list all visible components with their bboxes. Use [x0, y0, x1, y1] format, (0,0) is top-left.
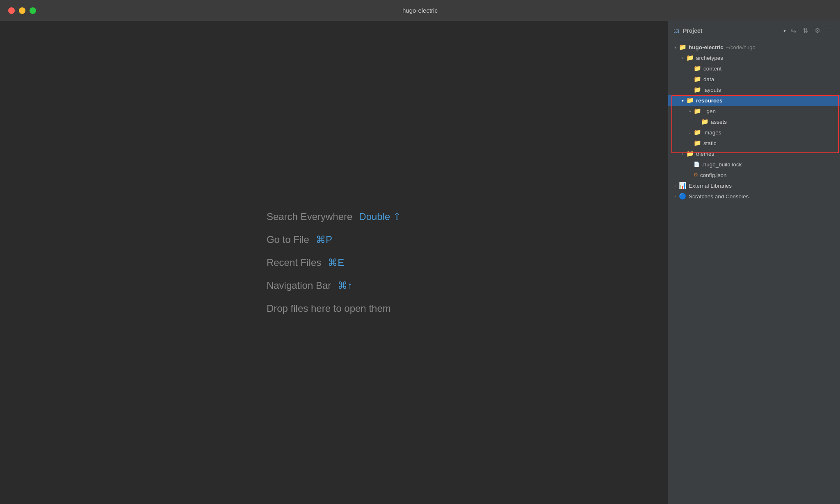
tree-item-hugo-lock[interactable]: 📄 .hugo_build.lock: [668, 159, 840, 170]
recent-files-label: Recent Files: [267, 257, 321, 268]
navigation-bar-label: Navigation Bar: [267, 280, 331, 291]
resources-folder-icon: 📁: [686, 97, 694, 104]
tree-item-content[interactable]: 📁 content: [668, 63, 840, 74]
minimize-button[interactable]: [19, 7, 25, 14]
root-path: ~/code/hugo: [726, 44, 756, 50]
shortcut-drop-files: Drop files here to open them: [267, 303, 391, 314]
ext-lib-chevron: ›: [671, 184, 679, 188]
layouts-folder-icon: 📁: [694, 86, 701, 93]
themes-chevron: ›: [679, 152, 686, 156]
tree-item-config-json[interactable]: ⚙ config.json: [668, 170, 840, 180]
images-chevron: ›: [686, 130, 694, 135]
sidebar-minimize-button[interactable]: —: [825, 26, 835, 35]
gen-name: _gen: [703, 108, 716, 114]
drop-files-label: Drop files here to open them: [267, 303, 391, 314]
config-json-name: config.json: [700, 172, 727, 178]
resources-highlight-wrapper: ▾ 📁 resources ▾ 📁 _gen 📁 assets: [668, 95, 840, 138]
scratches-chevron: ›: [671, 194, 679, 199]
root-chevron: ▾: [671, 45, 679, 50]
images-folder-icon: 📁: [694, 129, 701, 136]
content-folder-icon: 📁: [694, 65, 701, 72]
search-everywhere-key: Double ⇧: [359, 211, 401, 222]
sidebar-horizontal-dots-button[interactable]: ⇆: [789, 26, 798, 35]
themes-folder-icon: 📁: [686, 150, 694, 157]
assets-name: assets: [711, 119, 727, 125]
hugo-lock-file-icon: 📄: [694, 161, 700, 167]
main-layout: Search Everywhere Double ⇧ Go to File ⌘P…: [0, 21, 840, 504]
root-name: hugo-electric: [689, 44, 724, 50]
tree-item-resources[interactable]: ▾ 📁 resources: [668, 95, 840, 106]
tree-item-themes[interactable]: › 📁 themes: [668, 148, 840, 159]
sidebar-vertical-dots-button[interactable]: ⇅: [801, 26, 810, 35]
archetypes-name: archetypes: [696, 55, 723, 61]
images-name: images: [703, 129, 721, 136]
tree-item-assets[interactable]: 📁 assets: [668, 116, 840, 127]
scratches-icon: 🔵: [679, 193, 687, 200]
goto-file-key: ⌘P: [316, 234, 332, 245]
tree-item-images[interactable]: › 📁 images: [668, 127, 840, 138]
tree-root[interactable]: ▾ 📁 hugo-electric ~/code/hugo: [668, 42, 840, 52]
resources-chevron: ▾: [679, 98, 686, 103]
sidebar-title-chevron: ▾: [783, 28, 786, 34]
sidebar-tree[interactable]: ▾ 📁 hugo-electric ~/code/hugo › 📁 archet…: [668, 40, 840, 504]
tree-item-archetypes[interactable]: › 📁 archetypes: [668, 52, 840, 63]
ext-lib-name: External Libraries: [689, 183, 732, 189]
goto-file-label: Go to File: [267, 234, 309, 245]
ext-lib-icon: 📊: [679, 182, 687, 189]
recent-files-key: ⌘E: [328, 257, 344, 268]
static-name: static: [703, 140, 717, 146]
archetypes-chevron: ›: [679, 56, 686, 60]
tree-item-layouts[interactable]: 📁 layouts: [668, 84, 840, 95]
gen-chevron: ▾: [686, 109, 694, 114]
window-title: hugo-electric: [402, 7, 438, 14]
tree-item-data[interactable]: 📁 data: [668, 74, 840, 84]
themes-name: themes: [696, 151, 714, 157]
sidebar-title: Project: [683, 27, 780, 34]
content-name: content: [703, 66, 721, 72]
shortcut-recent-files: Recent Files ⌘E: [267, 257, 344, 268]
tree-item-gen[interactable]: ▾ 📁 _gen: [668, 106, 840, 116]
window-controls: [8, 7, 36, 14]
sidebar-settings-button[interactable]: ⚙: [813, 26, 822, 35]
title-bar: hugo-electric: [0, 0, 840, 21]
tree-item-static[interactable]: 📁 static: [668, 138, 840, 148]
root-folder-icon: 📁: [679, 43, 687, 51]
layouts-name: layouts: [703, 87, 721, 93]
sidebar-controls: ⇆ ⇅ ⚙ —: [789, 26, 835, 35]
scratches-name: Scratches and Consoles: [689, 193, 749, 200]
maximize-button[interactable]: [30, 7, 36, 14]
config-json-file-icon: ⚙: [694, 172, 698, 178]
static-folder-icon: 📁: [694, 139, 701, 147]
gen-folder-icon: 📁: [694, 107, 701, 115]
shortcut-goto-file: Go to File ⌘P: [267, 234, 332, 245]
project-icon: 🗂: [673, 27, 680, 34]
data-folder-icon: 📁: [694, 75, 701, 83]
tree-item-scratches[interactable]: › 🔵 Scratches and Consoles: [668, 191, 840, 202]
sidebar: 🗂 Project ▾ ⇆ ⇅ ⚙ — ▾ 📁 hugo-electric ~/…: [668, 21, 840, 504]
shortcut-search-everywhere: Search Everywhere Double ⇧: [267, 211, 401, 222]
shortcut-navigation-bar: Navigation Bar ⌘↑: [267, 280, 352, 291]
assets-folder-icon: 📁: [701, 118, 709, 125]
search-everywhere-label: Search Everywhere: [267, 211, 352, 222]
archetypes-folder-icon: 📁: [686, 54, 694, 61]
navigation-bar-key: ⌘↑: [338, 280, 352, 291]
hugo-lock-name: .hugo_build.lock: [702, 161, 742, 168]
shortcuts-panel: Search Everywhere Double ⇧ Go to File ⌘P…: [267, 211, 401, 314]
editor-area: Search Everywhere Double ⇧ Go to File ⌘P…: [0, 21, 668, 504]
resources-name: resources: [696, 98, 723, 104]
sidebar-header: 🗂 Project ▾ ⇆ ⇅ ⚙ —: [668, 21, 840, 40]
close-button[interactable]: [8, 7, 15, 14]
tree-item-external-libraries[interactable]: › 📊 External Libraries: [668, 180, 840, 191]
data-name: data: [703, 76, 714, 82]
